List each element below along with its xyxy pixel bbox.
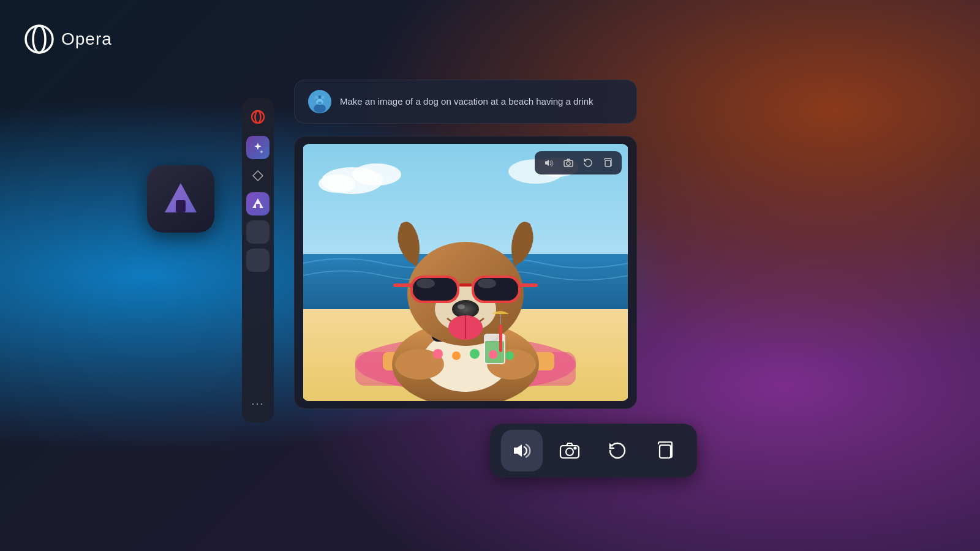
- sidebar-item-diamond[interactable]: [246, 164, 270, 187]
- sidebar-more[interactable]: ···: [251, 397, 264, 410]
- volume-btn-large[interactable]: [501, 430, 543, 471]
- user-avatar: [308, 90, 331, 113]
- svg-point-15: [318, 102, 322, 104]
- svg-rect-6: [256, 204, 260, 208]
- copy-btn-large[interactable]: [644, 430, 686, 471]
- refresh-btn-small[interactable]: [580, 155, 596, 171]
- sidebar-item-opera[interactable]: [246, 105, 270, 129]
- chat-bubble: Make an image of a dog on vacation at a …: [294, 80, 637, 124]
- svg-point-2: [252, 111, 264, 123]
- copy-btn-small[interactable]: [600, 155, 616, 171]
- sidebar-item-ai[interactable]: [246, 136, 270, 159]
- svg-point-53: [458, 304, 465, 309]
- opera-logo-area: Opera: [24, 24, 112, 54]
- svg-point-12: [315, 96, 318, 99]
- svg-point-68: [566, 448, 573, 455]
- refresh-btn-large[interactable]: [597, 430, 638, 471]
- svg-point-3: [255, 111, 261, 123]
- image-toolbar-small: [535, 151, 622, 174]
- opera-icon: [24, 24, 54, 54]
- chat-message-text: Make an image of a dog on vacation at a …: [340, 95, 594, 109]
- svg-point-65: [489, 350, 497, 359]
- camera-btn-large[interactable]: [549, 430, 590, 471]
- svg-point-13: [321, 96, 325, 99]
- svg-rect-18: [605, 160, 611, 167]
- svg-point-11: [314, 104, 326, 113]
- svg-point-0: [26, 26, 53, 53]
- svg-marker-4: [253, 171, 263, 181]
- sidebar-item-aria[interactable]: [246, 192, 270, 216]
- svg-point-63: [452, 351, 461, 360]
- svg-rect-60: [499, 324, 502, 352]
- svg-rect-70: [660, 445, 671, 458]
- main-chat-area: Make an image of a dog on vacation at a …: [294, 80, 637, 409]
- aria-app-icon-large[interactable]: [147, 165, 214, 233]
- svg-point-22: [318, 174, 355, 193]
- sidebar: ···: [242, 98, 274, 422]
- image-container: [294, 136, 637, 409]
- svg-point-69: [575, 448, 576, 449]
- svg-point-21: [352, 163, 401, 186]
- svg-rect-45: [459, 283, 472, 287]
- svg-rect-8: [176, 200, 186, 212]
- bottom-toolbar: [490, 424, 697, 478]
- svg-rect-51: [519, 283, 538, 287]
- camera-btn-small[interactable]: [560, 155, 576, 171]
- svg-point-49: [478, 279, 496, 288]
- sidebar-item-tab2[interactable]: [246, 249, 270, 272]
- svg-point-48: [417, 279, 435, 288]
- opera-text: Opera: [61, 29, 112, 49]
- svg-rect-50: [393, 283, 412, 287]
- svg-point-62: [433, 349, 443, 359]
- svg-point-17: [567, 162, 570, 165]
- sidebar-item-tab1[interactable]: [246, 220, 270, 244]
- svg-point-64: [470, 349, 480, 359]
- dog-generated-image: [302, 144, 629, 401]
- svg-point-66: [505, 351, 514, 360]
- svg-point-1: [33, 26, 45, 53]
- volume-btn-small[interactable]: [541, 155, 557, 171]
